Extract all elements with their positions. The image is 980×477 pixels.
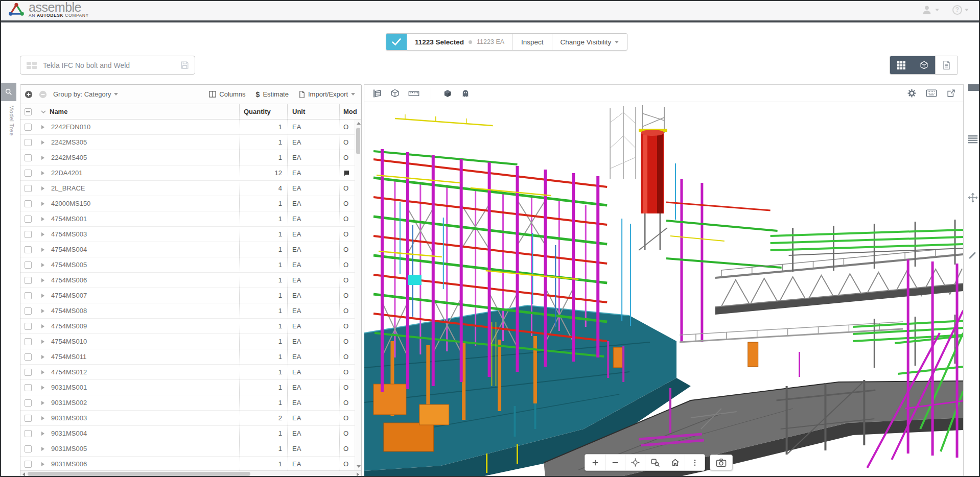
shaded-mode-button[interactable] bbox=[442, 88, 453, 99]
grid-view-button[interactable] bbox=[890, 56, 913, 74]
view-name-input[interactable] bbox=[43, 61, 180, 69]
table-row[interactable]: 4754MS006 1 EA O bbox=[20, 273, 361, 288]
unit-column-header[interactable]: Unit bbox=[287, 104, 339, 119]
row-checkbox[interactable] bbox=[25, 399, 32, 407]
expand-all-button[interactable] bbox=[25, 90, 33, 99]
model-tree-tab[interactable]: Model Tree bbox=[2, 105, 15, 136]
row-expander-icon[interactable] bbox=[41, 278, 44, 282]
row-checkbox[interactable] bbox=[25, 200, 32, 207]
table-row[interactable]: 4754MS009 1 EA O bbox=[20, 319, 361, 334]
row-checkbox[interactable] bbox=[25, 415, 32, 422]
row-checkbox[interactable] bbox=[25, 277, 32, 284]
row-checkbox[interactable] bbox=[25, 216, 32, 223]
row-checkbox[interactable] bbox=[25, 369, 32, 376]
row-expander-icon[interactable] bbox=[41, 309, 44, 313]
table-row[interactable]: 2242MS305 1 EA O bbox=[20, 135, 361, 150]
model-view-button[interactable] bbox=[913, 56, 935, 74]
row-checkbox[interactable] bbox=[25, 353, 32, 361]
table-row[interactable]: 9031MS001 1 EA O bbox=[20, 380, 361, 395]
search-tab-button[interactable] bbox=[1, 83, 16, 101]
user-menu[interactable] bbox=[921, 4, 939, 15]
name-column-header[interactable]: Name bbox=[50, 108, 67, 115]
save-view-button[interactable] bbox=[180, 60, 190, 70]
row-checkbox[interactable] bbox=[25, 170, 32, 177]
vertical-scrollbar-thumb[interactable] bbox=[356, 128, 360, 154]
table-row[interactable]: 9031MS002 1 EA O bbox=[20, 395, 361, 411]
zoom-out-button[interactable] bbox=[605, 455, 625, 470]
row-checkbox[interactable] bbox=[25, 231, 32, 238]
horizontal-scrollbar[interactable] bbox=[20, 470, 361, 477]
row-expander-icon[interactable] bbox=[41, 340, 44, 344]
table-row[interactable]: 4754MS008 1 EA O bbox=[20, 303, 361, 319]
row-expander-icon[interactable] bbox=[41, 370, 44, 374]
screenshot-button[interactable] bbox=[710, 455, 733, 470]
measure-button[interactable] bbox=[408, 89, 419, 98]
row-expander-icon[interactable] bbox=[41, 248, 44, 252]
properties-panel-button[interactable] bbox=[968, 135, 977, 146]
row-expander-icon[interactable] bbox=[41, 202, 44, 206]
row-checkbox[interactable] bbox=[25, 261, 32, 269]
row-checkbox[interactable] bbox=[25, 461, 32, 468]
select-all-checkbox[interactable] bbox=[25, 108, 32, 115]
zoom-in-button[interactable] bbox=[585, 455, 605, 470]
row-checkbox[interactable] bbox=[25, 384, 32, 391]
table-row[interactable]: 9031MS005 1 EA O bbox=[20, 441, 361, 457]
table-row[interactable]: 9031MS004 1 EA O bbox=[20, 426, 361, 441]
table-row[interactable]: 4754MS004 1 EA O bbox=[20, 242, 361, 257]
explode-model-button[interactable] bbox=[390, 88, 400, 99]
pan-button[interactable] bbox=[625, 455, 645, 470]
more-options-button[interactable] bbox=[685, 455, 705, 470]
home-view-button[interactable] bbox=[665, 455, 685, 470]
table-row[interactable]: 9031MS006 1 EA O bbox=[20, 457, 361, 470]
row-expander-icon[interactable] bbox=[41, 171, 44, 175]
horizontal-scrollbar-thumb[interactable] bbox=[28, 472, 250, 476]
row-expander-icon[interactable] bbox=[41, 447, 44, 451]
row-checkbox[interactable] bbox=[25, 139, 32, 146]
row-checkbox[interactable] bbox=[25, 154, 32, 161]
group-by-dropdown[interactable]: Group by: Category bbox=[53, 90, 118, 98]
row-checkbox[interactable] bbox=[25, 124, 32, 131]
row-expander-icon[interactable] bbox=[41, 401, 44, 405]
vertical-scrollbar[interactable] bbox=[355, 120, 361, 470]
move-tool-button[interactable] bbox=[968, 193, 978, 205]
row-expander-icon[interactable] bbox=[41, 294, 44, 298]
section-plane-button[interactable] bbox=[371, 88, 382, 99]
table-row[interactable]: 42000MS150 1 EA O bbox=[20, 196, 361, 211]
row-checkbox[interactable] bbox=[25, 185, 32, 192]
row-expander-icon[interactable] bbox=[41, 432, 44, 436]
row-expander-icon[interactable] bbox=[41, 125, 44, 129]
row-checkbox[interactable] bbox=[25, 323, 32, 330]
row-expander-icon[interactable] bbox=[41, 186, 44, 190]
viewer-settings-button[interactable] bbox=[907, 88, 917, 98]
table-row[interactable]: 4754MS007 1 EA O bbox=[20, 288, 361, 303]
row-expander-icon[interactable] bbox=[41, 355, 44, 359]
table-row[interactable]: 2L_BRACE 4 EA O bbox=[20, 181, 361, 196]
row-expander-icon[interactable] bbox=[41, 324, 44, 328]
xray-mode-button[interactable] bbox=[461, 88, 470, 99]
row-expander-icon[interactable] bbox=[41, 156, 44, 160]
columns-button[interactable]: Columns bbox=[209, 90, 245, 98]
row-expander-icon[interactable] bbox=[41, 462, 44, 466]
change-visibility-button[interactable]: Change Visibility bbox=[552, 34, 627, 50]
table-row[interactable]: 22DA4201 12 EA bbox=[20, 165, 361, 181]
collapse-all-button[interactable] bbox=[39, 90, 47, 99]
help-menu[interactable]: ? bbox=[952, 5, 969, 15]
row-checkbox[interactable] bbox=[25, 445, 32, 452]
mod-column-header[interactable]: Mod bbox=[339, 104, 361, 119]
paint-tool-button[interactable] bbox=[968, 250, 978, 262]
table-row[interactable]: 4754MS011 1 EA O bbox=[20, 349, 361, 365]
table-row[interactable]: 2242FDN010 1 EA O bbox=[20, 120, 361, 135]
zoom-window-button[interactable] bbox=[645, 455, 665, 470]
model-canvas[interactable] bbox=[364, 102, 963, 477]
quantity-column-header[interactable]: Quantity bbox=[239, 104, 287, 119]
row-expander-icon[interactable] bbox=[41, 140, 44, 145]
row-expander-icon[interactable] bbox=[41, 232, 44, 236]
table-row[interactable]: 4754MS005 1 EA O bbox=[20, 257, 361, 273]
table-row[interactable]: 4754MS012 1 EA O bbox=[20, 365, 361, 380]
row-expander-icon[interactable] bbox=[41, 386, 44, 390]
table-row[interactable]: 2242MS405 1 EA O bbox=[20, 150, 361, 165]
row-expander-icon[interactable] bbox=[41, 217, 44, 221]
selection-check-button[interactable] bbox=[386, 34, 407, 50]
row-checkbox[interactable] bbox=[25, 338, 32, 345]
open-external-button[interactable] bbox=[946, 88, 956, 98]
